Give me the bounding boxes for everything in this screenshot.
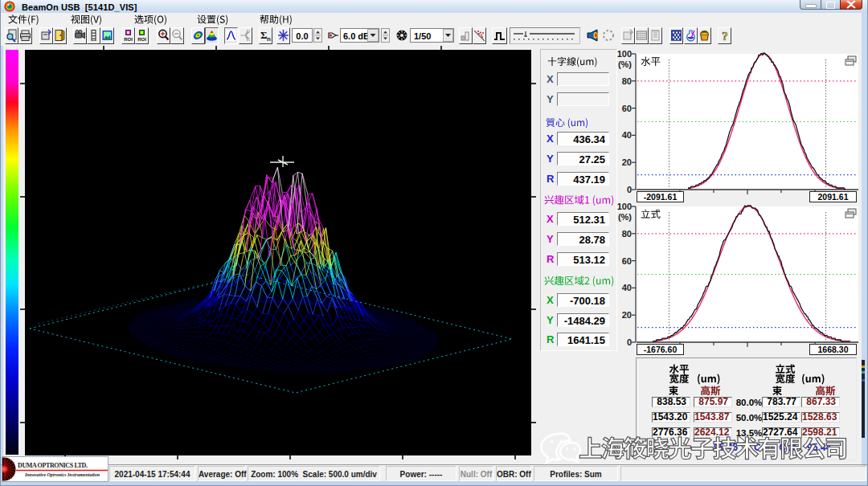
svg-text:DUMA OPTRONICS LTD.: DUMA OPTRONICS LTD. <box>18 462 88 469</box>
svg-text:ROI: ROI <box>137 37 146 42</box>
svg-text:Innovative Optronics Instrumen: Innovative Optronics Instrumentation <box>24 472 100 477</box>
svg-text:?: ? <box>722 30 728 43</box>
svg-text:ROI: ROI <box>124 37 133 42</box>
svg-text:n: n <box>267 35 271 43</box>
